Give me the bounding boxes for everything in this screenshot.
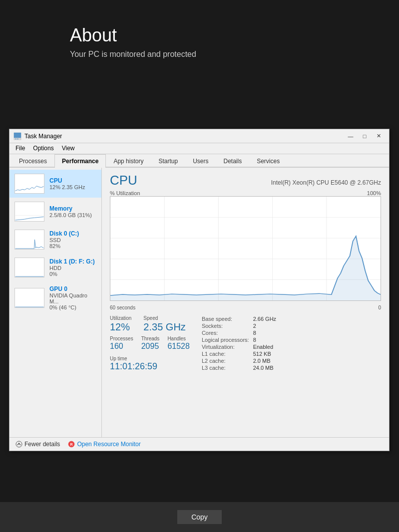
window-title: Task Manager <box>24 133 344 140</box>
threads-label: Threads <box>141 336 160 341</box>
sidebar-item-disk1[interactable]: Disk 1 (D: F: G:) HDD 0% <box>9 254 101 281</box>
fewer-details-label: Fewer details <box>24 441 60 448</box>
disk1-sidebar-sub1: HDD <box>49 265 96 271</box>
speed-stat: Speed 2.35 GHz <box>143 315 185 333</box>
window-footer: Fewer details R Open Resource Monitor <box>9 437 389 451</box>
svg-point-19 <box>16 441 22 447</box>
gpu0-sidebar-sub1: NVIDIA Quadro M... <box>49 292 96 304</box>
bottom-stats: Utilization 12% Speed 2.35 GHz Processes… <box>110 315 381 372</box>
disk0-thumbnail <box>14 230 44 250</box>
disk1-sidebar-info: Disk 1 (D: F: G:) HDD 0% <box>49 258 96 277</box>
menu-file[interactable]: File <box>11 144 29 153</box>
cpu-panel-title: CPU <box>110 173 137 188</box>
tab-users[interactable]: Users <box>185 154 216 168</box>
taskbar: Copy <box>0 502 399 532</box>
svg-rect-8 <box>15 258 44 277</box>
base-speed-key: Base speed: <box>200 315 251 322</box>
uptime-label: Up time <box>110 356 190 361</box>
cpu-sidebar-sub: 12% 2.35 GHz <box>49 184 96 190</box>
threads-value: 2095 <box>141 341 160 351</box>
maximize-button[interactable]: □ <box>358 131 371 141</box>
gpu0-sidebar-label: GPU 0 <box>49 285 96 292</box>
title-bar: Task Manager — □ ✕ <box>9 129 389 143</box>
virt-key: Virtualization: <box>200 343 251 350</box>
cpu-model-name: Intel(R) Xeon(R) CPU E5640 @ 2.67GHz <box>271 179 381 186</box>
sidebar-item-gpu0[interactable]: GPU 0 NVIDIA Quadro M... 0% (46 °C) <box>9 281 101 314</box>
l1-key: L1 cache: <box>200 350 251 357</box>
util-label-text: % Utilization <box>110 190 140 196</box>
sidebar-item-memory[interactable]: Memory 2.5/8.0 GB (31%) <box>9 198 101 226</box>
sidebar-item-cpu[interactable]: CPU 12% 2.35 GHz <box>9 170 101 198</box>
processes-label: Processes <box>110 336 133 341</box>
svg-rect-0 <box>14 133 21 138</box>
disk0-sidebar-info: Disk 0 (C:) SSD 82% <box>49 230 96 249</box>
open-resource-monitor-button[interactable]: R Open Resource Monitor <box>68 441 140 448</box>
svg-text:R: R <box>70 443 73 446</box>
processes-value: 160 <box>110 341 133 351</box>
cpu-panel-header: CPU Intel(R) Xeon(R) CPU E5640 @ 2.67GHz <box>110 173 381 188</box>
copy-button[interactable]: Copy <box>177 510 222 524</box>
logical-val: 8 <box>251 336 278 343</box>
speed-value: 2.35 GHz <box>143 321 185 333</box>
cpu-graph-container <box>110 196 381 301</box>
tab-startup[interactable]: Startup <box>151 154 185 168</box>
disk1-sidebar-label: Disk 1 (D: F: G:) <box>49 258 96 265</box>
svg-rect-3 <box>17 139 18 139</box>
sidebar-item-disk0[interactable]: Disk 0 (C:) SSD 82% <box>9 226 101 254</box>
memory-sidebar-label: Memory <box>49 205 96 212</box>
disk1-sidebar-sub2: 0% <box>49 271 96 277</box>
disk0-sidebar-label: Disk 0 (C:) <box>49 230 96 237</box>
processes-stat: Processes 160 <box>110 336 133 351</box>
l2-key: L2 cache: <box>200 357 251 364</box>
minimize-button[interactable]: — <box>344 131 357 141</box>
svg-rect-7 <box>15 230 44 249</box>
virt-val: Enabled <box>251 343 278 350</box>
memory-thumbnail <box>14 202 44 222</box>
tab-services[interactable]: Services <box>249 154 287 168</box>
disk0-sidebar-sub1: SSD <box>49 237 96 243</box>
chevron-up-icon <box>15 441 22 448</box>
resource-monitor-icon: R <box>68 441 75 448</box>
uptime-stat: Up time 11:01:26:59 <box>110 354 190 372</box>
cores-key: Cores: <box>200 329 251 336</box>
gpu0-sidebar-sub2: 0% (46 °C) <box>49 304 96 310</box>
uptime-value: 11:01:26:59 <box>110 361 190 372</box>
cores-val: 8 <box>251 329 278 336</box>
gpu0-thumbnail <box>14 288 44 308</box>
tab-app-history[interactable]: App history <box>106 154 151 168</box>
menu-view[interactable]: View <box>58 144 79 153</box>
logical-key: Logical processors: <box>200 336 251 343</box>
gpu0-sidebar-info: GPU 0 NVIDIA Quadro M... 0% (46 °C) <box>49 285 96 310</box>
disk0-sidebar-sub2: 82% <box>49 243 96 249</box>
left-stats-column: Utilization 12% Speed 2.35 GHz Processes… <box>110 315 190 372</box>
tab-details[interactable]: Details <box>216 154 249 168</box>
open-monitor-label: Open Resource Monitor <box>77 441 140 448</box>
tab-processes[interactable]: Processes <box>11 154 54 168</box>
speed-label: Speed <box>143 315 185 321</box>
main-content: CPU 12% 2.35 GHz Memory 2.5/8.0 GB (31%) <box>9 168 389 437</box>
cpu-sidebar-label: CPU <box>49 177 96 184</box>
close-button[interactable]: ✕ <box>372 131 385 141</box>
menu-options[interactable]: Options <box>29 144 57 153</box>
sockets-key: Sockets: <box>200 322 251 329</box>
handles-value: 61528 <box>167 341 190 351</box>
handles-stat: Handles 61528 <box>167 336 190 351</box>
performance-sidebar: CPU 12% 2.35 GHz Memory 2.5/8.0 GB (31%) <box>9 168 102 437</box>
taskmanager-icon <box>13 132 21 140</box>
cpu-sidebar-info: CPU 12% 2.35 GHz <box>49 177 96 190</box>
svg-marker-18 <box>110 236 381 300</box>
tab-performance[interactable]: Performance <box>54 154 106 168</box>
fewer-details-button[interactable]: Fewer details <box>15 441 60 448</box>
memory-sidebar-info: Memory 2.5/8.0 GB (31%) <box>49 205 96 218</box>
utilization-value: 12% <box>110 321 131 333</box>
background-content: About Your PC is monitored and protected <box>0 0 399 74</box>
memory-sidebar-sub: 2.5/8.0 GB (31%) <box>49 212 96 218</box>
base-speed-val: 2.66 GHz <box>251 315 278 322</box>
cpu-thumbnail <box>14 174 44 194</box>
utilization-stat: Utilization 12% <box>110 315 131 333</box>
util-label-row: % Utilization 100% <box>110 190 381 196</box>
l2-val: 2.0 MB <box>251 357 278 364</box>
cpu-detail-panel: CPU Intel(R) Xeon(R) CPU E5640 @ 2.67GHz… <box>102 168 389 437</box>
util-max-text: 100% <box>367 190 381 196</box>
utilization-label: Utilization <box>110 315 131 321</box>
